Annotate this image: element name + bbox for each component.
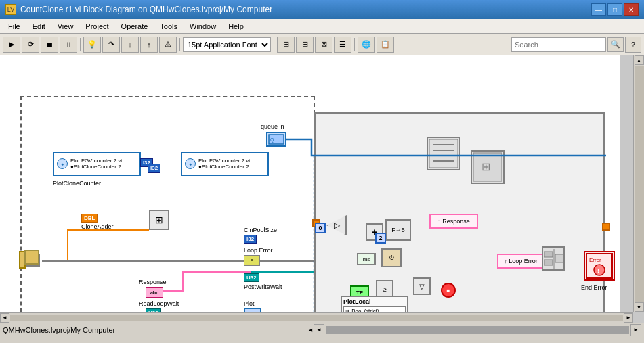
- menu-tools[interactable]: Tools: [154, 21, 183, 32]
- top-function-node-2: ⊞: [471, 150, 505, 184]
- svg-rect-5: [555, 254, 563, 262]
- loop-error-label: Loop Error: [244, 247, 273, 254]
- title-bar-controls: — □ ✕: [591, 3, 639, 16]
- inner-right-connector-orange: [602, 223, 610, 231]
- env-button[interactable]: 🌐: [358, 37, 375, 53]
- warn-button[interactable]: ⚠: [159, 37, 177, 53]
- abort-button[interactable]: ⏹: [41, 37, 58, 53]
- menu-help[interactable]: Help: [223, 21, 249, 32]
- svg-text:Error: Error: [589, 257, 601, 263]
- cloneadder-label: CloneAdder: [81, 223, 114, 230]
- horizontal-scrollbar[interactable]: ◄ ►: [0, 312, 633, 323]
- resize-button[interactable]: ⊠: [315, 37, 332, 53]
- close-button[interactable]: ✕: [624, 3, 639, 16]
- queue-in-label: queue in: [261, 123, 284, 130]
- scroll-up-arrow[interactable]: ▲: [635, 55, 644, 65]
- const-two: 2: [375, 233, 386, 244]
- menu-project[interactable]: Project: [80, 21, 114, 32]
- reorder-button[interactable]: ☰: [334, 37, 351, 53]
- font-selector[interactable]: 15pt Application Font: [183, 37, 271, 52]
- plotfgv2-line1: Plot FGV counter 2.vi: [198, 158, 250, 164]
- menu-operate[interactable]: Operate: [116, 21, 154, 32]
- maximize-button[interactable]: □: [607, 3, 622, 16]
- menu-edit[interactable]: Edit: [27, 21, 51, 32]
- menu-bar: File Edit View Project Operate Tools Win…: [0, 19, 644, 34]
- stop-button[interactable]: ■: [441, 283, 456, 298]
- sep1: [80, 38, 81, 51]
- wait-function: ⏱: [381, 248, 402, 267]
- step-into-button[interactable]: ↓: [121, 37, 139, 53]
- scroll-down-arrow[interactable]: ▼: [635, 302, 644, 312]
- block-diagram-canvas[interactable]: queue in Q ● Plot FGV counter 2.vi ●Plot…: [0, 55, 620, 312]
- i32-clnpoolsize: I32: [244, 235, 257, 244]
- search-button[interactable]: 🔍: [607, 37, 624, 52]
- bundle-node-1: ⊞: [149, 210, 169, 230]
- title-bar: LV CountClone r1.vi Block Diagram on QMH…: [0, 0, 644, 19]
- top-function-node: [427, 137, 460, 170]
- ms-constant: ms: [357, 253, 376, 265]
- plotlocal-box: PlotLocal ⇒ Bool (strict) Value: [341, 296, 408, 312]
- plot-fgv-node-1[interactable]: ● Plot FGV counter 2.vi ●PlotCloneCounte…: [53, 152, 141, 176]
- menu-file[interactable]: File: [3, 21, 26, 32]
- looperror-output-box: ↑ Loop Error: [497, 254, 544, 269]
- window-title: CountClone r1.vi Block Diagram on QMHwCl…: [20, 5, 272, 14]
- extra-button[interactable]: 📋: [377, 37, 394, 53]
- u32-postwritewait: U32: [244, 273, 259, 282]
- compare-node-2: ▽: [413, 277, 431, 295]
- svg-rect-10: [429, 139, 458, 168]
- plotfgv1-name: ●PlotCloneCounter 2: [70, 164, 122, 170]
- menu-view[interactable]: View: [52, 21, 79, 32]
- plotfgv2-name: ●PlotCloneCounter 2: [198, 164, 250, 170]
- plotlocal-label: PlotLocal: [343, 298, 406, 305]
- sep3: [274, 38, 274, 51]
- dist-button[interactable]: ⊟: [296, 37, 314, 53]
- const-zero: 0: [315, 223, 326, 233]
- main-area: queue in Q ● Plot FGV counter 2.vi ●Plot…: [0, 55, 644, 323]
- svg-text:⊞: ⊞: [481, 161, 490, 173]
- loop-error-terminal: E: [244, 255, 260, 266]
- scroll-left-arrow[interactable]: ◄: [0, 313, 9, 323]
- highlight-button[interactable]: 💡: [83, 37, 101, 53]
- block-diagram: queue in Q ● Plot FGV counter 2.vi ●Plot…: [0, 55, 620, 312]
- title-bar-left: LV CountClone r1.vi Block Diagram on QMH…: [5, 4, 272, 15]
- search-input[interactable]: [511, 37, 606, 52]
- run-cont-button[interactable]: ⟳: [22, 37, 39, 53]
- plot-label: Plot: [244, 300, 255, 307]
- status-scroll-left[interactable]: ◄: [314, 324, 324, 336]
- response-output-box: ↑ Response: [429, 214, 478, 229]
- plotlocal-bool: ⇒ Bool (strict): [343, 306, 406, 312]
- status-text: QMHwClones.lvproj/My Computer: [3, 326, 306, 334]
- help-button[interactable]: ?: [625, 37, 641, 53]
- svg-rect-3: [544, 252, 553, 257]
- plot-fgv-node-2[interactable]: ● Plot FGV counter 2.vi ●PlotCloneCounte…: [181, 152, 269, 176]
- plotfgv1-line1: Plot FGV counter 2.vi: [70, 158, 122, 164]
- subvi-icon-1: ●: [57, 158, 68, 169]
- step-out-button[interactable]: ↑: [140, 37, 158, 53]
- looperror-box-label: ↑ Loop Error: [504, 258, 538, 265]
- status-scrollbar[interactable]: [326, 326, 629, 334]
- end-error-label: End Error: [581, 284, 607, 291]
- scroll-right-arrow[interactable]: ►: [624, 313, 633, 323]
- plotclonecounter-label-1: PlotCloneCounter: [53, 180, 101, 187]
- response-label-left: Response: [139, 279, 167, 285]
- pause-button[interactable]: ⏸: [60, 37, 77, 53]
- vertical-scrollbar[interactable]: ▲ ▼: [633, 55, 644, 312]
- right-bundle-node: [542, 246, 565, 271]
- run-button[interactable]: ▶: [3, 37, 20, 53]
- scroll-track-v[interactable]: [635, 66, 644, 302]
- sep4: [354, 38, 355, 51]
- align-button[interactable]: ⊞: [277, 37, 295, 53]
- status-bar: QMHwClones.lvproj/My Computer ◄ ◄ ►: [0, 323, 644, 336]
- svg-point-8: [594, 265, 605, 275]
- status-scroll-right[interactable]: ►: [630, 324, 641, 336]
- error-cluster-node: Error!: [584, 251, 615, 281]
- step-over-button[interactable]: ↷: [102, 37, 120, 53]
- menu-window[interactable]: Window: [184, 21, 221, 32]
- status-arrow: ◄: [307, 327, 314, 334]
- svg-text:Q: Q: [270, 137, 274, 143]
- clnpoolsize-label: ClnPoolSize: [244, 227, 277, 233]
- subvi-icon-2: ●: [185, 158, 196, 169]
- i32-connector: I32: [148, 164, 160, 173]
- minimize-button[interactable]: —: [591, 3, 606, 16]
- scroll-track-h[interactable]: [10, 315, 623, 321]
